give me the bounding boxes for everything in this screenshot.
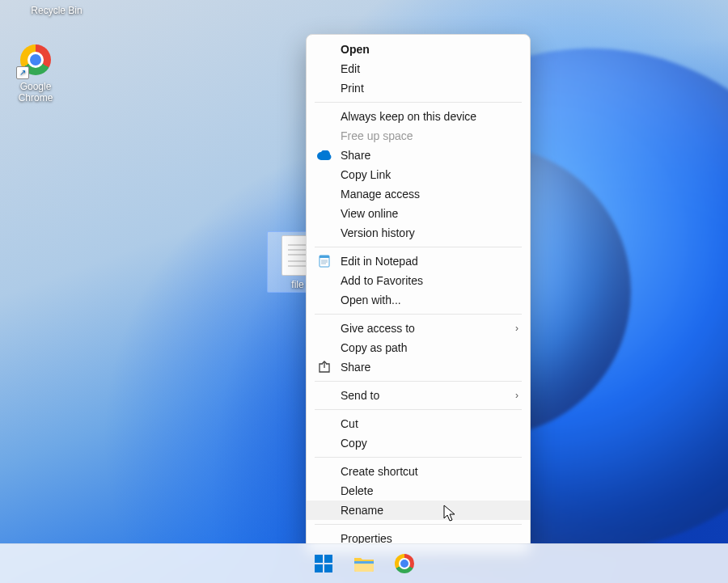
- menu-separator: [315, 457, 522, 458]
- menu-item-label: Print: [341, 82, 364, 95]
- menu-item-label: Copy as path: [341, 341, 408, 354]
- taskbar: [0, 543, 728, 583]
- menu-item-label: Always keep on this device: [341, 110, 476, 123]
- svg-rect-7: [315, 564, 323, 572]
- menu-item-add-favorites[interactable]: Add to Favorites: [307, 271, 530, 290]
- menu-item-label: Copy: [341, 437, 367, 450]
- svg-rect-10: [354, 561, 374, 564]
- menu-item-label: Manage access: [341, 188, 420, 201]
- menu-item-label: Edit in Notepad: [341, 255, 418, 268]
- menu-item-copy[interactable]: Copy: [307, 433, 530, 453]
- svg-rect-1: [320, 256, 329, 258]
- menu-item-label: Send to: [341, 389, 379, 402]
- menu-item-print[interactable]: Print: [307, 78, 530, 98]
- desktop-icon-label: Google Chrome: [5, 81, 66, 104]
- menu-item-label: Add to Favorites: [341, 274, 423, 287]
- menu-item-label: Cut: [341, 417, 358, 430]
- onedrive-icon: [316, 147, 332, 163]
- start-button[interactable]: [307, 547, 340, 580]
- menu-item-manage-access[interactable]: Manage access: [307, 184, 530, 204]
- menu-item-system-share[interactable]: Share: [307, 357, 530, 377]
- menu-item-label: Delete: [341, 484, 373, 497]
- chevron-right-icon: ›: [515, 323, 518, 334]
- chevron-right-icon: ›: [515, 390, 518, 401]
- menu-item-label: Edit: [341, 62, 360, 75]
- svg-rect-8: [324, 564, 332, 572]
- menu-separator: [315, 381, 522, 382]
- menu-item-onedrive-share[interactable]: Share: [307, 146, 530, 165]
- menu-item-always-keep[interactable]: Always keep on this device: [307, 107, 530, 126]
- desktop-icon-recycle-bin[interactable]: Recycle Bin: [26, 0, 87, 16]
- menu-item-free-up-space: Free up space: [307, 126, 530, 146]
- svg-rect-5: [315, 555, 323, 563]
- menu-item-copy-as-path[interactable]: Copy as path: [307, 338, 530, 357]
- menu-item-delete[interactable]: Delete: [307, 481, 530, 501]
- menu-item-edit-notepad[interactable]: Edit in Notepad: [307, 251, 530, 271]
- menu-item-label: Share: [341, 149, 370, 162]
- notepad-icon: [316, 253, 332, 269]
- menu-separator: [315, 247, 522, 247]
- menu-item-give-access-to[interactable]: Give access to ›: [307, 319, 530, 338]
- menu-item-label: Give access to: [341, 322, 415, 335]
- taskbar-file-explorer[interactable]: [348, 547, 380, 580]
- menu-item-label: Create shortcut: [341, 465, 418, 478]
- shortcut-overlay-icon: ↗: [16, 66, 29, 79]
- menu-item-open-with[interactable]: Open with...: [307, 290, 530, 310]
- desktop-icon-label: Recycle Bin: [26, 5, 87, 16]
- menu-item-copy-link[interactable]: Copy Link: [307, 165, 530, 184]
- menu-item-label: Rename: [341, 504, 383, 517]
- menu-item-label: Open: [341, 43, 370, 56]
- menu-item-label: Version history: [341, 226, 415, 239]
- menu-separator: [315, 524, 522, 525]
- menu-separator: [315, 409, 522, 410]
- menu-item-label: Copy Link: [341, 168, 391, 181]
- context-menu: Open Edit Print Always keep on this devi…: [306, 34, 531, 554]
- recycle-bin-icon: [39, 0, 74, 2]
- menu-item-rename[interactable]: Rename: [307, 501, 530, 520]
- file-explorer-icon: [353, 555, 375, 572]
- desktop-icon-chrome[interactable]: ↗ Google Chrome: [5, 42, 66, 104]
- menu-item-label: Free up space: [341, 129, 413, 142]
- menu-item-open[interactable]: Open: [307, 40, 530, 59]
- taskbar-chrome[interactable]: [388, 547, 421, 580]
- menu-item-send-to[interactable]: Send to ›: [307, 386, 530, 405]
- menu-separator: [315, 102, 522, 103]
- menu-item-version-history[interactable]: Version history: [307, 223, 530, 243]
- menu-item-edit[interactable]: Edit: [307, 59, 530, 78]
- chrome-icon: [395, 554, 414, 573]
- menu-item-create-shortcut[interactable]: Create shortcut: [307, 462, 530, 481]
- share-icon: [316, 359, 332, 375]
- windows-logo-icon: [315, 555, 332, 572]
- menu-item-view-online[interactable]: View online: [307, 204, 530, 223]
- menu-item-label: View online: [341, 207, 398, 220]
- menu-item-cut[interactable]: Cut: [307, 414, 530, 433]
- menu-separator: [315, 314, 522, 315]
- menu-item-label: Open with...: [341, 294, 401, 306]
- svg-rect-6: [324, 555, 332, 563]
- menu-item-label: Share: [341, 361, 370, 374]
